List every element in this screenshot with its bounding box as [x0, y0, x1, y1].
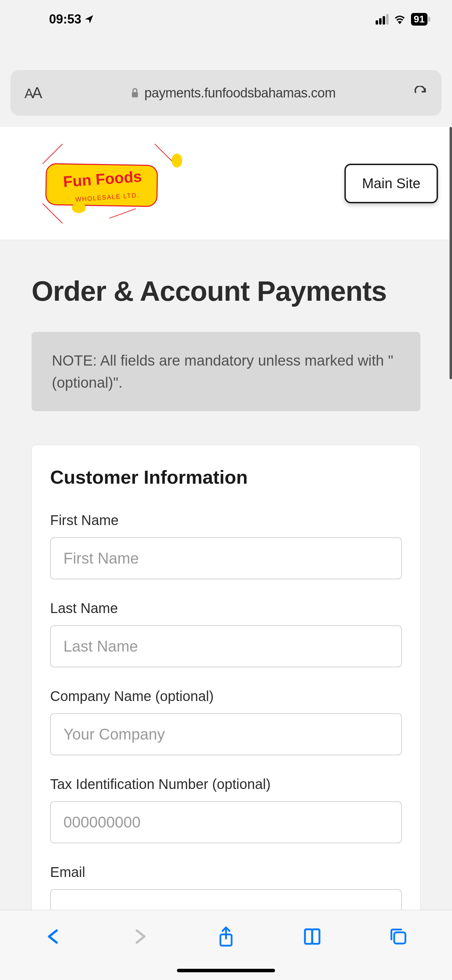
text-size-button[interactable]: AA: [24, 84, 53, 102]
share-button[interactable]: [214, 924, 238, 949]
first-name-group: First Name: [50, 512, 402, 579]
status-indicators: 91: [376, 13, 428, 25]
battery-indicator: 91: [411, 13, 428, 25]
tabs-button[interactable]: [386, 924, 411, 949]
location-icon: [84, 14, 94, 24]
first-name-label: First Name: [50, 512, 402, 528]
home-indicator[interactable]: [177, 969, 275, 972]
browser-address-bar[interactable]: AA payments.funfoodsbahamas.com: [11, 70, 441, 116]
bookmarks-button[interactable]: [300, 924, 325, 949]
status-bar: 09:53 91: [0, 0, 452, 38]
tin-input[interactable]: [50, 801, 402, 843]
url-text: payments.funfoodsbahamas.com: [144, 86, 336, 100]
email-label: Email: [50, 864, 402, 880]
company-group: Company Name (optional): [50, 688, 402, 755]
page-title: Order & Account Payments: [32, 275, 420, 307]
refresh-icon[interactable]: [414, 86, 428, 100]
last-name-input[interactable]: [50, 625, 402, 667]
first-name-input[interactable]: [50, 537, 402, 579]
company-input[interactable]: [50, 713, 402, 755]
last-name-group: Last Name: [50, 600, 402, 667]
site-header: Fun Foods WHOLESALE LTD. Main Site: [0, 127, 452, 240]
last-name-label: Last Name: [50, 600, 402, 616]
back-button[interactable]: [41, 924, 66, 949]
site-logo[interactable]: Fun Foods WHOLESALE LTD.: [18, 143, 186, 224]
forward-button[interactable]: [127, 924, 152, 949]
status-time: 09:53: [49, 12, 81, 27]
svg-rect-3: [394, 932, 406, 943]
page-content: Order & Account Payments NOTE: All field…: [0, 240, 452, 974]
customer-info-card: Customer Information First Name Last Nam…: [32, 445, 420, 974]
battery-level: 91: [414, 14, 425, 25]
scroll-indicator: [450, 127, 452, 379]
address-display[interactable]: payments.funfoodsbahamas.com: [60, 86, 406, 100]
browser-toolbar: [0, 910, 452, 980]
svg-rect-0: [132, 92, 138, 97]
main-site-button[interactable]: Main Site: [344, 164, 438, 203]
lock-icon: [131, 88, 140, 98]
company-label: Company Name (optional): [50, 688, 402, 704]
wifi-icon: [393, 14, 406, 24]
status-time-group: 09:53: [49, 12, 94, 27]
note-box: NOTE: All fields are mandatory unless ma…: [32, 332, 420, 411]
cellular-signal-icon: [376, 14, 388, 24]
tin-label: Tax Identification Number (optional): [50, 776, 402, 792]
tin-group: Tax Identification Number (optional): [50, 776, 402, 843]
section-title: Customer Information: [50, 466, 402, 488]
